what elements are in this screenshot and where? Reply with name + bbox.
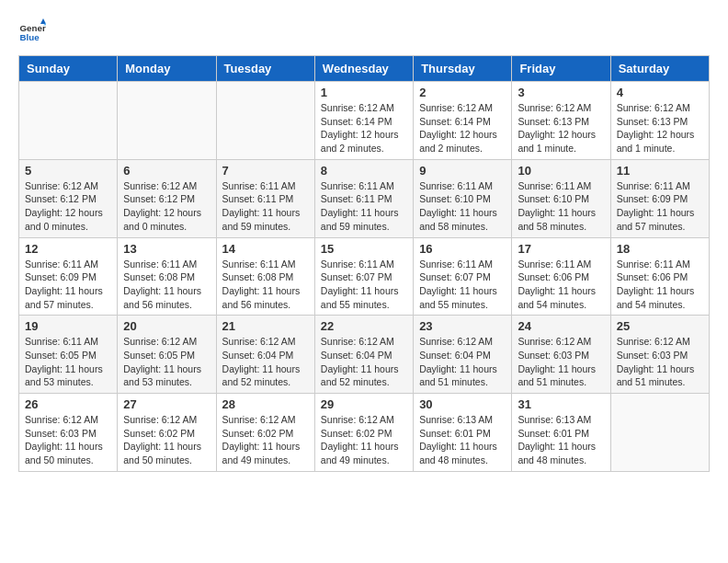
- calendar-cell: 9Sunrise: 6:11 AMSunset: 6:10 PMDaylight…: [414, 159, 512, 237]
- weekday-header-wednesday: Wednesday: [314, 56, 413, 82]
- day-info: Sunrise: 6:11 AMSunset: 6:11 PMDaylight:…: [222, 179, 309, 234]
- day-number: 13: [123, 242, 210, 256]
- calendar-cell: 23Sunrise: 6:12 AMSunset: 6:04 PMDayligh…: [414, 316, 512, 394]
- day-info: Sunrise: 6:12 AMSunset: 6:13 PMDaylight:…: [518, 101, 604, 155]
- calendar-cell: [216, 82, 314, 160]
- logo: General Blue: [18, 18, 50, 46]
- day-info: Sunrise: 6:12 AMSunset: 6:12 PMDaylight:…: [25, 179, 111, 234]
- calendar-cell: [118, 82, 216, 160]
- calendar-cell: 3Sunrise: 6:12 AMSunset: 6:13 PMDaylight…: [512, 82, 610, 160]
- calendar-cell: 22Sunrise: 6:12 AMSunset: 6:04 PMDayligh…: [314, 316, 413, 394]
- day-info: Sunrise: 6:11 AMSunset: 6:10 PMDaylight:…: [518, 179, 604, 234]
- calendar-cell: 14Sunrise: 6:11 AMSunset: 6:08 PMDayligh…: [216, 237, 314, 316]
- day-number: 19: [25, 319, 111, 333]
- day-number: 16: [419, 242, 506, 256]
- calendar-week-3: 12Sunrise: 6:11 AMSunset: 6:09 PMDayligh…: [19, 237, 710, 316]
- day-number: 10: [518, 164, 604, 178]
- day-number: 27: [123, 397, 210, 411]
- calendar-week-5: 26Sunrise: 6:12 AMSunset: 6:03 PMDayligh…: [19, 394, 710, 472]
- day-info: Sunrise: 6:12 AMSunset: 6:04 PMDaylight:…: [222, 335, 309, 389]
- day-info: Sunrise: 6:12 AMSunset: 6:02 PMDaylight:…: [321, 413, 407, 467]
- day-number: 2: [419, 86, 506, 99]
- calendar-cell: 31Sunrise: 6:13 AMSunset: 6:01 PMDayligh…: [512, 394, 610, 472]
- day-number: 21: [222, 319, 309, 333]
- day-info: Sunrise: 6:12 AMSunset: 6:05 PMDaylight:…: [123, 335, 210, 389]
- day-info: Sunrise: 6:11 AMSunset: 6:07 PMDaylight:…: [419, 258, 506, 312]
- day-info: Sunrise: 6:12 AMSunset: 6:14 PMDaylight:…: [321, 101, 407, 155]
- day-info: Sunrise: 6:12 AMSunset: 6:03 PMDaylight:…: [25, 413, 111, 467]
- day-number: 20: [123, 319, 210, 333]
- calendar-cell: 1Sunrise: 6:12 AMSunset: 6:14 PMDaylight…: [314, 82, 413, 160]
- day-number: 11: [617, 164, 703, 178]
- day-info: Sunrise: 6:12 AMSunset: 6:13 PMDaylight:…: [617, 101, 703, 155]
- day-number: 30: [419, 397, 506, 411]
- day-info: Sunrise: 6:11 AMSunset: 6:09 PMDaylight:…: [617, 179, 703, 234]
- calendar-week-4: 19Sunrise: 6:11 AMSunset: 6:05 PMDayligh…: [19, 316, 710, 394]
- weekday-header-saturday: Saturday: [610, 56, 709, 82]
- day-info: Sunrise: 6:11 AMSunset: 6:05 PMDaylight:…: [25, 335, 111, 389]
- day-info: Sunrise: 6:11 AMSunset: 6:08 PMDaylight:…: [222, 258, 309, 312]
- page-header: General Blue: [18, 18, 710, 46]
- day-number: 5: [25, 164, 111, 178]
- calendar-cell: 6Sunrise: 6:12 AMSunset: 6:12 PMDaylight…: [118, 159, 216, 237]
- day-info: Sunrise: 6:11 AMSunset: 6:06 PMDaylight:…: [518, 258, 604, 312]
- day-info: Sunrise: 6:13 AMSunset: 6:01 PMDaylight:…: [419, 413, 506, 467]
- day-number: 23: [419, 319, 506, 333]
- day-number: 6: [123, 164, 210, 178]
- calendar-cell: 25Sunrise: 6:12 AMSunset: 6:03 PMDayligh…: [610, 316, 709, 394]
- weekday-header-tuesday: Tuesday: [216, 56, 314, 82]
- calendar-header-row: SundayMondayTuesdayWednesdayThursdayFrid…: [19, 56, 710, 82]
- calendar-cell: [610, 394, 709, 472]
- calendar-cell: 7Sunrise: 6:11 AMSunset: 6:11 PMDaylight…: [216, 159, 314, 237]
- weekday-header-friday: Friday: [512, 56, 610, 82]
- day-number: 12: [25, 242, 111, 256]
- day-number: 14: [222, 242, 309, 256]
- logo-icon: General Blue: [18, 18, 46, 46]
- calendar-cell: 5Sunrise: 6:12 AMSunset: 6:12 PMDaylight…: [19, 159, 118, 237]
- day-number: 3: [518, 86, 604, 99]
- calendar-cell: 21Sunrise: 6:12 AMSunset: 6:04 PMDayligh…: [216, 316, 314, 394]
- weekday-header-sunday: Sunday: [19, 56, 118, 82]
- day-number: 26: [25, 397, 111, 411]
- calendar-cell: 4Sunrise: 6:12 AMSunset: 6:13 PMDaylight…: [610, 82, 709, 160]
- calendar-cell: 26Sunrise: 6:12 AMSunset: 6:03 PMDayligh…: [19, 394, 118, 472]
- day-info: Sunrise: 6:11 AMSunset: 6:09 PMDaylight:…: [25, 258, 111, 312]
- day-number: 22: [321, 319, 407, 333]
- weekday-header-thursday: Thursday: [414, 56, 512, 82]
- day-info: Sunrise: 6:12 AMSunset: 6:03 PMDaylight:…: [617, 335, 703, 389]
- day-number: 29: [321, 397, 407, 411]
- day-info: Sunrise: 6:12 AMSunset: 6:04 PMDaylight:…: [419, 335, 506, 389]
- calendar-cell: 24Sunrise: 6:12 AMSunset: 6:03 PMDayligh…: [512, 316, 610, 394]
- day-number: 8: [321, 164, 407, 178]
- day-number: 15: [321, 242, 407, 256]
- day-number: 28: [222, 397, 309, 411]
- day-number: 7: [222, 164, 309, 178]
- calendar-cell: 18Sunrise: 6:11 AMSunset: 6:06 PMDayligh…: [610, 237, 709, 316]
- day-info: Sunrise: 6:12 AMSunset: 6:14 PMDaylight:…: [419, 101, 506, 155]
- svg-text:General: General: [20, 23, 47, 33]
- calendar-week-2: 5Sunrise: 6:12 AMSunset: 6:12 PMDaylight…: [19, 159, 710, 237]
- day-number: 24: [518, 319, 604, 333]
- calendar-cell: 11Sunrise: 6:11 AMSunset: 6:09 PMDayligh…: [610, 159, 709, 237]
- weekday-header-monday: Monday: [118, 56, 216, 82]
- calendar-table: SundayMondayTuesdayWednesdayThursdayFrid…: [18, 55, 710, 472]
- day-info: Sunrise: 6:11 AMSunset: 6:11 PMDaylight:…: [321, 179, 407, 234]
- calendar-cell: 8Sunrise: 6:11 AMSunset: 6:11 PMDaylight…: [314, 159, 413, 237]
- calendar-cell: 30Sunrise: 6:13 AMSunset: 6:01 PMDayligh…: [414, 394, 512, 472]
- calendar-cell: 2Sunrise: 6:12 AMSunset: 6:14 PMDaylight…: [414, 82, 512, 160]
- day-info: Sunrise: 6:12 AMSunset: 6:02 PMDaylight:…: [222, 413, 309, 467]
- calendar-cell: 17Sunrise: 6:11 AMSunset: 6:06 PMDayligh…: [512, 237, 610, 316]
- day-number: 9: [419, 164, 506, 178]
- calendar-cell: [19, 82, 118, 160]
- svg-text:Blue: Blue: [20, 32, 40, 42]
- day-info: Sunrise: 6:11 AMSunset: 6:06 PMDaylight:…: [617, 258, 703, 312]
- day-number: 17: [518, 242, 604, 256]
- day-number: 31: [518, 397, 604, 411]
- calendar-cell: 12Sunrise: 6:11 AMSunset: 6:09 PMDayligh…: [19, 237, 118, 316]
- calendar-cell: 28Sunrise: 6:12 AMSunset: 6:02 PMDayligh…: [216, 394, 314, 472]
- calendar-cell: 29Sunrise: 6:12 AMSunset: 6:02 PMDayligh…: [314, 394, 413, 472]
- calendar-cell: 16Sunrise: 6:11 AMSunset: 6:07 PMDayligh…: [414, 237, 512, 316]
- day-number: 18: [617, 242, 703, 256]
- day-info: Sunrise: 6:12 AMSunset: 6:02 PMDaylight:…: [123, 413, 210, 467]
- day-info: Sunrise: 6:12 AMSunset: 6:12 PMDaylight:…: [123, 179, 210, 234]
